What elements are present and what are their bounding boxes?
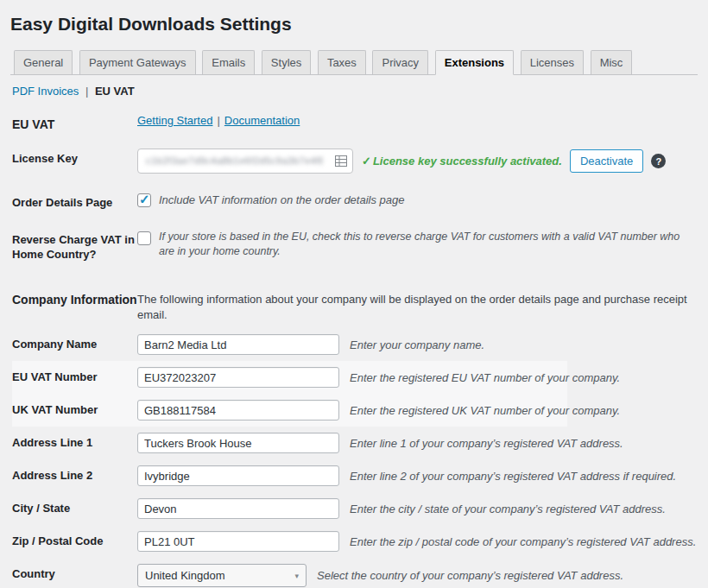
company-name-input[interactable]: [137, 334, 339, 355]
eu-vat-heading-row: EU VAT Getting Started | Documentation: [12, 104, 696, 145]
zip-postal-code-input[interactable]: [137, 531, 339, 552]
chevron-down-icon: ▾: [294, 572, 299, 580]
company-name-row: Company Name Enter your company name.: [12, 328, 696, 361]
tab-licenses[interactable]: Licenses: [521, 50, 584, 74]
tab-taxes[interactable]: Taxes: [318, 50, 366, 74]
order-details-label: Order Details Page: [12, 193, 137, 211]
company-info-heading-row: Company Information The following inform…: [12, 280, 696, 328]
eu-vat-number-hint: Enter the registered EU VAT number of yo…: [350, 371, 620, 384]
eu-vat-heading: EU VAT: [12, 114, 137, 133]
tab-emails[interactable]: Emails: [202, 50, 255, 74]
license-key-masked-value: c1b2f3ae7d9c4a8b1e6f2d5c9a3b7e4f8c2d6a15: [146, 149, 323, 173]
address-line-1-hint: Enter line 1 of your company’s registere…: [350, 437, 623, 450]
license-key-input[interactable]: c1b2f3ae7d9c4a8b1e6f2d5c9a3b7e4f8c2d6a15: [137, 149, 353, 174]
doclinks-separator: |: [217, 114, 219, 127]
order-details-description: Include VAT information on the order det…: [159, 193, 405, 208]
license-status-text: License key successfully activated.: [373, 155, 562, 168]
order-details-row: Order Details Page ✓ Include VAT informa…: [12, 184, 696, 221]
settings-page: Easy Digital Downloads Settings General …: [0, 0, 708, 588]
reverse-charge-row: Reverse Charge VAT in Home Country? If y…: [12, 221, 696, 280]
address-line-2-row: Address Line 2 Enter line 2 of your comp…: [12, 459, 696, 492]
address-line-1-input[interactable]: [137, 433, 339, 453]
zip-postal-code-hint: Enter the zip / postal code of your comp…: [350, 535, 696, 548]
license-key-row: License Key c1b2f3ae7d9c4a8b1e6f2d5c9a3b…: [12, 145, 696, 184]
subnav-link-pdf-invoices[interactable]: PDF Invoices: [12, 85, 79, 98]
license-status-message: ✓License key successfully activated.: [362, 155, 562, 168]
address-line-1-row: Address Line 1 Enter line 1 of your comp…: [12, 427, 696, 459]
checkmark-icon: ✓: [139, 192, 150, 207]
country-row: Country United Kingdom ▾ Select the coun…: [12, 558, 696, 588]
address-line-2-hint: Enter line 2 of your company’s registere…: [350, 470, 676, 483]
reverse-charge-description: If your store is based in the EU, check …: [159, 230, 696, 260]
city-state-label: City / State: [12, 498, 137, 516]
settings-tab-bar: General Payment Gateways Emails Styles T…: [10, 50, 698, 75]
subnav-current-eu-vat: EU VAT: [95, 85, 135, 98]
deactivate-button[interactable]: Deactivate: [570, 149, 643, 173]
getting-started-link[interactable]: Getting Started: [137, 114, 212, 127]
city-state-input[interactable]: [137, 498, 339, 519]
extensions-subnav: PDF Invoices | EU VAT: [10, 75, 698, 103]
license-key-label: License Key: [12, 149, 137, 167]
tab-extensions[interactable]: Extensions: [435, 50, 514, 75]
documentation-link[interactable]: Documentation: [224, 114, 300, 127]
company-name-hint: Enter your company name.: [350, 338, 484, 351]
country-label: Country: [12, 564, 137, 582]
city-state-row: City / State Enter the city / state of y…: [12, 492, 696, 525]
country-hint: Select the country of your company’s reg…: [317, 569, 623, 582]
uk-vat-number-label: UK VAT Number: [12, 400, 137, 418]
zip-postal-code-label: Zip / Postal Code: [12, 531, 137, 549]
tab-payment-gateways[interactable]: Payment Gateways: [79, 50, 196, 74]
eu-vat-number-row: EU VAT Number Enter the registered EU VA…: [12, 361, 696, 394]
company-info-description: The following information about your com…: [137, 292, 696, 323]
address-line-2-label: Address Line 2: [12, 465, 137, 484]
city-state-hint: Enter the city / state of your company’s…: [350, 503, 666, 515]
address-line-2-input[interactable]: [137, 465, 339, 486]
help-icon[interactable]: ?: [651, 154, 666, 168]
tab-styles[interactable]: Styles: [262, 50, 311, 74]
tab-general[interactable]: General: [14, 50, 73, 74]
reverse-charge-label: Reverse Charge VAT in Home Country?: [12, 230, 137, 262]
uk-vat-number-input[interactable]: [137, 400, 339, 420]
country-select[interactable]: United Kingdom ▾: [137, 564, 307, 587]
order-details-checkbox[interactable]: ✓: [137, 193, 151, 207]
uk-vat-number-hint: Enter the registered UK VAT number of yo…: [350, 404, 620, 417]
address-line-1-label: Address Line 1: [12, 433, 137, 451]
eu-vat-number-label: EU VAT Number: [12, 367, 137, 385]
reverse-charge-checkbox[interactable]: [137, 231, 151, 245]
uk-vat-number-row: UK VAT Number Enter the registered UK VA…: [12, 394, 696, 427]
company-info-heading: Company Information: [12, 292, 137, 308]
tab-misc[interactable]: Misc: [591, 50, 633, 74]
company-name-label: Company Name: [12, 334, 137, 352]
eu-vat-settings-form: EU VAT Getting Started | Documentation L…: [10, 103, 698, 588]
country-selected-value: United Kingdom: [145, 569, 225, 582]
eu-vat-number-input[interactable]: [137, 367, 339, 388]
tab-privacy[interactable]: Privacy: [372, 50, 428, 74]
autofill-icon[interactable]: [335, 155, 347, 167]
page-title: Easy Digital Downloads Settings: [10, 12, 698, 35]
subnav-separator: |: [85, 85, 88, 98]
zip-postal-code-row: Zip / Postal Code Enter the zip / postal…: [12, 525, 696, 558]
check-icon: ✓: [362, 155, 371, 168]
